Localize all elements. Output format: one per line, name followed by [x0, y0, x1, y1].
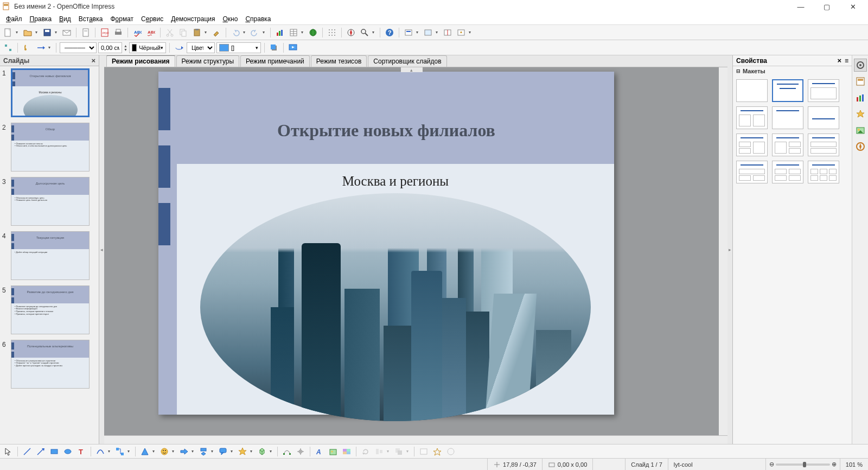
connector-dropdown[interactable]: ▾ [127, 449, 132, 454]
animation-tool[interactable] [431, 446, 443, 458]
layout-2h1v[interactable] [736, 134, 768, 156]
layout-two-content[interactable] [736, 106, 768, 129]
sidebar-navigator-icon[interactable] [854, 140, 867, 153]
slide-thumbnail[interactable]: 2Обзор• Опишите основные планы• Объяснит… [2, 123, 97, 172]
horizontal-scrollbar[interactable] [104, 435, 727, 444]
layout-blank[interactable] [736, 79, 768, 102]
save-dropdown[interactable]: ▾ [55, 30, 59, 35]
slide-design-dropdown[interactable]: ▾ [436, 30, 440, 35]
close-properties-panel-icon[interactable]: × [837, 56, 841, 65]
open-dropdown[interactable]: ▾ [35, 30, 40, 35]
save-button[interactable] [41, 27, 53, 39]
status-zoom-label[interactable]: 101 % [840, 459, 868, 470]
layout-6box[interactable] [808, 161, 839, 183]
close-slides-panel-icon[interactable]: × [91, 56, 95, 65]
rotate-tool[interactable] [360, 446, 372, 458]
slide-canvas[interactable]: Открытие новых филиалов Москва и регионы [158, 72, 614, 415]
hyperlink-button[interactable] [307, 27, 319, 39]
help-button[interactable]: ? [384, 27, 395, 39]
shadow-button[interactable] [268, 42, 280, 54]
slide-thumbnail[interactable]: 4Текущая ситуация• Дайте обзор текущей с… [2, 231, 97, 280]
layout-title-only[interactable] [772, 106, 803, 129]
width-spin-up[interactable]: ▲ [124, 44, 127, 48]
cut-button[interactable] [164, 27, 176, 39]
tab-notes[interactable]: Режим примечаний [240, 55, 310, 67]
basic-shapes-tool[interactable] [139, 446, 151, 458]
spellcheck-button[interactable]: ABC [131, 27, 143, 39]
menu-help[interactable]: Справка [241, 14, 275, 24]
toggle-point-button[interactable] [2, 42, 14, 54]
sidebar-transition-icon[interactable] [854, 107, 867, 120]
line-style-select[interactable]: ────── [60, 42, 97, 53]
arrange-dropdown[interactable]: ▾ [406, 449, 411, 454]
table-dropdown[interactable]: ▾ [301, 30, 305, 35]
menu-tools[interactable]: Сервис [137, 14, 167, 24]
layout-centered-text[interactable] [808, 106, 839, 129]
slide-thumbnail[interactable]: 1Открытие новых филиаловМосква и регионы [2, 68, 97, 117]
slide-button[interactable] [403, 27, 414, 39]
symbol-shapes-dropdown[interactable]: ▾ [172, 449, 176, 454]
curve-tool[interactable] [94, 446, 106, 458]
slide-subtitle-text[interactable]: Москва и регионы [177, 164, 614, 189]
email-button[interactable] [61, 27, 73, 39]
align-dropdown[interactable]: ▾ [387, 449, 391, 454]
tab-handout[interactable]: Режим тезисов [311, 55, 367, 67]
callouts-dropdown[interactable]: ▾ [231, 449, 235, 454]
layout-2over1[interactable] [808, 134, 839, 156]
sidebar-gallery-icon[interactable] [854, 124, 867, 137]
points-tool[interactable] [281, 446, 293, 458]
sidebar-master-pages-icon[interactable] [854, 75, 867, 88]
select-tool[interactable] [2, 446, 14, 458]
minimize-button[interactable]: — [793, 1, 808, 12]
menu-format[interactable]: Формат [106, 14, 137, 24]
layout-1over2[interactable] [736, 161, 768, 183]
table-button[interactable] [288, 27, 299, 39]
zoom-button[interactable] [359, 27, 371, 39]
layout-1v2h[interactable] [772, 134, 803, 156]
open-button[interactable] [22, 27, 34, 39]
copy-button[interactable] [177, 27, 189, 39]
new-button[interactable] [2, 27, 14, 39]
curve-dropdown[interactable]: ▾ [108, 449, 112, 454]
splitter-top[interactable]: ▴ [401, 67, 423, 72]
undo-button[interactable] [229, 27, 241, 39]
3d-dropdown[interactable]: ▾ [270, 449, 274, 454]
zoom-slider[interactable]: ⊖ ⊕ [765, 459, 840, 470]
slide-dropdown[interactable]: ▾ [416, 30, 420, 35]
slide-master-dropdown[interactable]: ▾ [469, 30, 473, 35]
tab-sorter[interactable]: Сортировщик слайдов [368, 55, 446, 67]
redo-button[interactable] [249, 27, 261, 39]
arrow-style-dropdown[interactable]: ▾ [48, 45, 53, 50]
menu-file[interactable]: Файл [2, 14, 26, 24]
ellipse-tool[interactable] [62, 446, 74, 458]
menu-window[interactable]: Окно [219, 14, 242, 24]
menu-insert[interactable]: Вставка [75, 14, 107, 24]
layout-title[interactable] [772, 79, 803, 102]
gluepoints-tool[interactable] [295, 446, 307, 458]
fill-spin-button[interactable] [173, 42, 185, 54]
layout-title-content[interactable] [808, 79, 839, 102]
line-color-select[interactable]: Чёрный ▾ [129, 42, 166, 53]
arrow-style-button[interactable] [35, 42, 47, 54]
splitter-right[interactable]: ▸ [727, 55, 732, 444]
format-paintbrush-button[interactable] [210, 27, 222, 39]
stars-dropdown[interactable]: ▾ [250, 449, 254, 454]
line-arrow-tool[interactable] [35, 446, 47, 458]
undo-dropdown[interactable]: ▾ [243, 30, 247, 35]
slide-image[interactable] [200, 193, 591, 421]
grid-button[interactable] [326, 27, 338, 39]
layout-4box[interactable] [772, 161, 803, 183]
maximize-button[interactable]: ▢ [819, 1, 834, 12]
block-arrows-tool[interactable] [178, 446, 190, 458]
vertical-scrollbar[interactable] [719, 67, 727, 435]
navigator-button[interactable] [345, 27, 357, 39]
splitter-left[interactable]: ◂ [99, 55, 104, 444]
menu-slideshow[interactable]: Демонстрация [167, 14, 219, 24]
block-arrows-dropdown[interactable]: ▾ [192, 449, 196, 454]
flowchart-tool[interactable] [197, 446, 209, 458]
connector-tool[interactable] [114, 446, 126, 458]
gallery-tool[interactable] [341, 446, 353, 458]
width-spin-down[interactable]: ▼ [124, 48, 127, 52]
fill-type-select[interactable]: Цвет [187, 42, 215, 53]
arrange-tool[interactable] [393, 446, 405, 458]
